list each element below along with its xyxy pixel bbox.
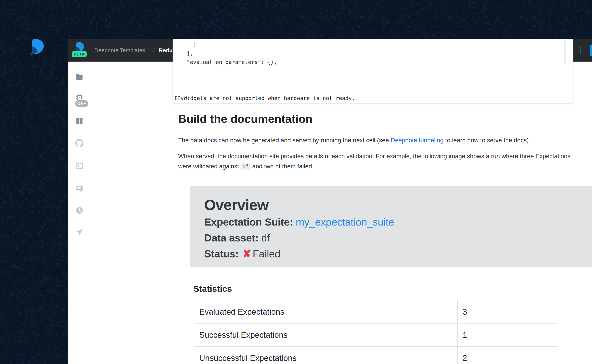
section-heading: Build the documentation <box>178 112 313 125</box>
send-icon[interactable] <box>75 228 84 236</box>
table-cell-value: 2 <box>457 347 558 364</box>
breadcrumb-workspace[interactable]: Deepnote Templates <box>94 39 145 62</box>
deepnote-logo <box>28 38 44 55</box>
expectation-suite-link[interactable]: my_expectation_suite <box>296 216 394 228</box>
breadcrumb-separator: / <box>153 39 155 62</box>
history-icon[interactable] <box>75 206 84 215</box>
table-row: Evaluated Expectations 3 <box>194 300 558 324</box>
table-cell-label: Evaluated Expectations <box>194 300 457 323</box>
statistics-heading: Statistics <box>193 284 232 294</box>
terminal-icon[interactable] <box>75 162 84 170</box>
table-cell-label: Successful Expectations <box>194 324 457 346</box>
paragraph-text: The data docs can now be generated and s… <box>178 137 391 144</box>
docs-asset-line: Data asset: df <box>204 230 592 246</box>
docs-status-line: Status: ✘Failed <box>204 246 592 262</box>
blocks-icon[interactable] <box>75 117 84 125</box>
paragraph-text: When served, the documentation site prov… <box>178 153 571 170</box>
table-row: Successful Expectations 1 <box>194 324 558 347</box>
docs-overview-title: Overview <box>204 196 592 214</box>
code-editor[interactable]: } ], "evaluation_parameters": {}, <box>173 39 572 93</box>
machine-off-badge[interactable]: OFF <box>75 100 88 107</box>
code-line: } <box>173 40 572 49</box>
edge-button-partial[interactable] <box>590 45 592 56</box>
code-cell[interactable]: } ], "evaluation_parameters": {}, IPyWid… <box>173 39 573 103</box>
code-line: ], <box>173 49 572 58</box>
docs-preview-image: Overview Expectation Suite: my_expectati… <box>190 186 592 267</box>
docs-suite-line: Expectation Suite: my_expectation_suite <box>204 214 592 230</box>
github-icon[interactable] <box>75 139 84 147</box>
code-line: "evaluation_parameters": {}, <box>173 58 572 66</box>
paragraph-text: and two of them failed. <box>250 163 314 170</box>
failed-x-icon: ✘ <box>243 248 251 260</box>
table-cell-value: 1 <box>457 324 558 346</box>
table-cell-label: Unsuccessful Expectations <box>194 347 457 364</box>
deepnote-logo-small[interactable] <box>74 41 84 52</box>
paragraph: The data docs can now be generated and s… <box>178 135 578 145</box>
table-cell-value: 3 <box>457 300 558 323</box>
status-value: Failed <box>253 248 280 260</box>
statistics-table: Evaluated Expectations 3 Successful Expe… <box>194 300 558 364</box>
inline-code: df <box>241 163 251 170</box>
files-icon[interactable] <box>75 73 84 81</box>
deepnote-tunneling-link[interactable]: Deepnote tunneling <box>391 137 443 144</box>
topbar-divider <box>580 46 581 54</box>
table-row: Unsuccessful Expectations 2 <box>194 347 558 364</box>
paragraph: When served, the documentation site prov… <box>178 151 578 172</box>
cell-scrollbar[interactable] <box>564 40 566 64</box>
beta-badge: BETA <box>72 51 86 57</box>
comments-icon[interactable] <box>75 184 84 193</box>
cell-output: IPyWidgets are not supported when hardwa… <box>173 93 572 103</box>
app-window: BETA Deepnote Templates / Reduce Pipelin… <box>68 39 592 364</box>
paragraph-text: to learn how to serve the docs). <box>444 137 531 144</box>
